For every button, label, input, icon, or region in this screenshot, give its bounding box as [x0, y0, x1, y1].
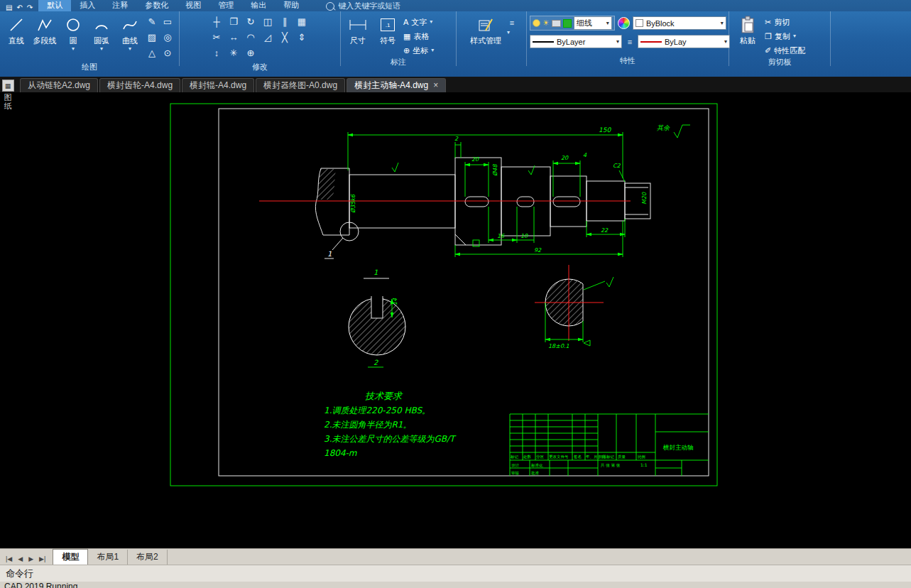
table-button[interactable]: ▦ 表格	[403, 30, 434, 43]
list-icon[interactable]: ≡	[507, 18, 517, 28]
ribbon-search[interactable]: 键入关键字或短语	[326, 1, 400, 11]
polyline-button[interactable]: 多段线	[31, 13, 58, 46]
cut-button[interactable]: ✂ 剪切	[765, 16, 805, 28]
flange-chamfer-line	[455, 234, 466, 245]
arc-button[interactable]: 圆弧 ▾	[88, 13, 115, 51]
fillet-icon[interactable]: ◠	[244, 31, 258, 45]
tab-layout1[interactable]: 布局1	[88, 550, 128, 565]
panel-label-annotate[interactable]: 标注	[341, 57, 456, 67]
style-manager-button[interactable]: 样式管理	[466, 13, 506, 46]
sun-icon[interactable]: ☀	[542, 18, 550, 28]
hatch-icon[interactable]: ▨	[145, 31, 159, 45]
trim-icon[interactable]: ✂	[209, 31, 224, 45]
menu-tab-insert[interactable]: 插入	[71, 0, 104, 11]
close-icon[interactable]: ×	[433, 80, 438, 90]
tab-model[interactable]: 模型	[53, 549, 88, 565]
save-icon[interactable]: ▤	[6, 4, 12, 11]
roughness-icon	[674, 125, 690, 138]
panel-label-properties[interactable]: 特性	[527, 55, 729, 66]
donut-icon[interactable]: ◎	[160, 31, 175, 45]
chamfer-icon[interactable]: ◿	[261, 31, 275, 45]
spline-button[interactable]: 曲线 ▾	[116, 13, 143, 51]
command-line[interactable]: 命令行	[0, 565, 911, 582]
match-brush-icon: ✐	[765, 46, 771, 55]
dia-flange-label: Ø48	[492, 164, 498, 176]
polygon-icon[interactable]: △	[145, 46, 159, 60]
printer-icon[interactable]	[552, 20, 561, 27]
symbol-button[interactable]: .1 符号	[373, 13, 402, 46]
spline-icon	[122, 15, 138, 35]
join-icon[interactable]: ⊕	[244, 46, 258, 60]
linetype-list-icon[interactable]: ≡	[625, 37, 635, 47]
copy-icon[interactable]: ❐	[227, 15, 241, 29]
coordinate-button[interactable]: ⊕ 坐标 ▾	[403, 44, 434, 57]
dim-20a: 20	[471, 156, 479, 163]
file-tab-1[interactable]: 从动链轮A2.dwg	[20, 78, 98, 92]
tab-layout2[interactable]: 布局2	[128, 550, 168, 565]
panel-annotate: 尺寸 .1 符号 A 文字 ▾ ▦ 表格	[341, 11, 457, 66]
linetype-dropdown[interactable]: ByLayer ▾	[530, 35, 622, 48]
lightbulb-icon[interactable]	[533, 19, 540, 27]
sheet-palette-tab[interactable]: ▦ 图 纸	[1, 80, 15, 110]
chevron-down-icon: ▾	[431, 48, 434, 53]
paste-button[interactable]: 粘贴	[732, 13, 763, 46]
ribbon-spacer	[831, 11, 911, 66]
file-tab-3[interactable]: 横封辊-A4.dwg	[182, 78, 254, 92]
circle-button[interactable]: 圆 ▾	[60, 13, 87, 51]
scale-icon[interactable]: ⇕	[295, 31, 309, 45]
panel-label-draw[interactable]: 绘图	[0, 62, 179, 72]
copy-button[interactable]: ❐ 复制 ▾	[765, 30, 805, 43]
stretch-icon[interactable]: ↕	[209, 46, 224, 60]
file-tab-active[interactable]: 横封主动轴-A4.dwg×	[347, 78, 446, 92]
file-tab-2[interactable]: 横封齿轮-A4.dwg	[99, 78, 180, 92]
chevron-down-icon[interactable]: ▾	[507, 31, 517, 35]
menu-tab-help[interactable]: 帮助	[275, 0, 307, 11]
menu-tab-default[interactable]: 默认	[38, 0, 71, 11]
array-icon[interactable]: ▦	[295, 15, 309, 29]
menu-tab-parametric[interactable]: 参数化	[136, 0, 177, 11]
explode-icon[interactable]: ✳	[227, 46, 241, 60]
tb-role-3: 审核	[511, 471, 520, 475]
file-tab-4[interactable]: 横封器终图-A0.dwg	[256, 78, 345, 92]
last-tab-icon[interactable]: ▶|	[39, 555, 45, 562]
prev-tab-icon[interactable]: ◀	[18, 555, 23, 562]
layer-color-swatch[interactable]	[563, 19, 572, 28]
color-dropdown[interactable]: ByBlock ▾	[633, 16, 726, 30]
undo-icon[interactable]: ↶	[16, 4, 22, 11]
line-button[interactable]: 直线	[3, 13, 30, 46]
redo-icon[interactable]: ↷	[27, 4, 33, 11]
match-properties-button[interactable]: ✐ 特性匹配	[765, 44, 805, 57]
sketch-icon[interactable]: ✎	[145, 15, 159, 29]
tb-hdr-1: 标记	[510, 454, 519, 459]
color-wheel-icon[interactable]	[618, 17, 630, 29]
extend-icon[interactable]: ↔	[227, 31, 241, 45]
first-tab-icon[interactable]: |◀	[6, 555, 12, 562]
move-icon[interactable]: ┼	[209, 15, 224, 29]
menu-tab-view[interactable]: 视图	[177, 0, 209, 11]
datum-triangle	[584, 340, 590, 346]
offset-icon[interactable]: ∥	[278, 15, 292, 29]
linestyle-dropdown[interactable]: ByLay ▾	[638, 35, 730, 48]
tb-hdr-3: 分区	[536, 454, 545, 459]
point-icon[interactable]: ⊙	[160, 46, 175, 60]
rotate-icon[interactable]: ↻	[244, 15, 258, 29]
paste-icon	[740, 15, 755, 35]
mirror-icon[interactable]: ◫	[261, 15, 275, 29]
next-tab-icon[interactable]: ▶	[28, 555, 33, 562]
erase-icon[interactable]: ╳	[278, 31, 292, 45]
panel-draw: 直线 多段线 圆 ▾	[0, 11, 180, 66]
model-space-canvas[interactable]: 其余 1 150	[0, 92, 911, 548]
ext-dim2	[455, 142, 461, 158]
dimension-button[interactable]: 尺寸	[344, 13, 372, 46]
panel-label-clipboard[interactable]: 剪切板	[729, 57, 830, 67]
menu-tab-output[interactable]: 输出	[242, 0, 275, 11]
lineweight-dropdown[interactable]: 细线 ▾	[574, 16, 612, 30]
rectangle-icon[interactable]: ▭	[160, 15, 175, 29]
text-button[interactable]: A 文字 ▾	[403, 16, 434, 28]
copy-pages-icon: ❐	[765, 32, 772, 41]
chevron-down-icon: ▾	[793, 34, 796, 38]
menu-tab-manage[interactable]: 管理	[209, 0, 242, 11]
chevron-down-icon: ▾	[724, 38, 727, 45]
menu-tab-annotate[interactable]: 注释	[104, 0, 136, 11]
panel-label-modify[interactable]: 修改	[180, 62, 340, 72]
